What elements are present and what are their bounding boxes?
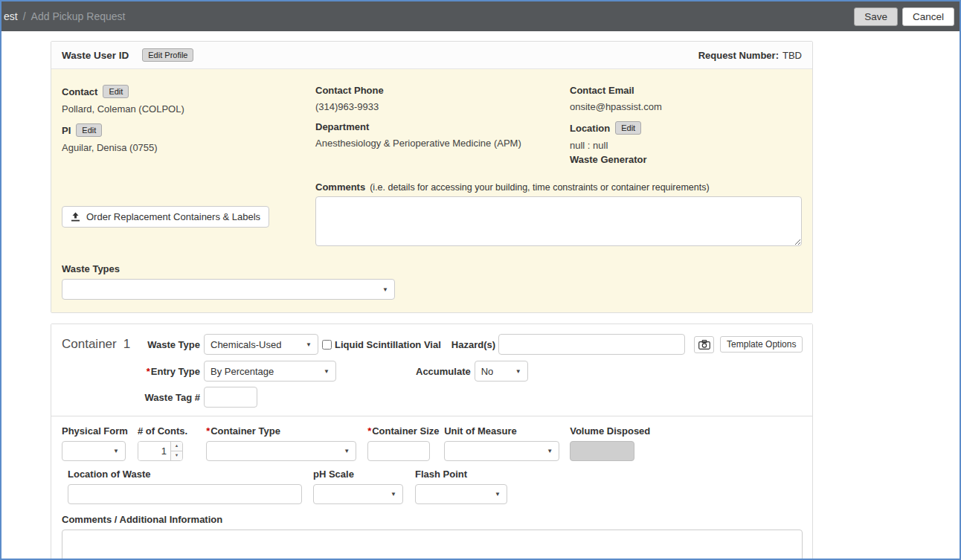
container-size-field: *Container Size [367,425,430,461]
department-field: Department Anesthesiology & Perioperativ… [315,121,570,149]
hazards-input[interactable] [498,334,685,355]
pi-edit-button[interactable]: Edit [76,123,102,137]
spinner-down-button[interactable]: ▼ [171,451,182,460]
container-size-input[interactable] [367,441,430,461]
topbar: est / Add Pickup Request Save Cancel [1,1,960,31]
container-card-header: Container1 Waste Type Chemicals-Used ▼ L… [51,324,812,416]
department-label: Department [315,121,369,132]
container-header-row-2: *Entry Type By Percentage ▼ Accumulate N… [62,361,802,382]
container-card: Container1 Waste Type Chemicals-Used ▼ L… [51,324,813,559]
order-replacement-label: Order Replacement Containers & Labels [86,211,260,222]
profile-col-2: Contact Phone (314)963-9933 Department A… [315,85,570,165]
profile-col-3: Contact Email onsite@hpassist.com Locati… [570,85,802,165]
ph-scale-label: pH Scale [313,469,403,480]
profile-col-1: Contact Edit Pollard, Coleman (COLPOL) P… [62,85,315,165]
entry-type-label: *Entry Type [139,366,200,377]
spinner-up-button[interactable]: ▲ [171,442,182,451]
volume-disposed-input [570,441,634,461]
content: Waste User ID Edit Profile Request Numbe… [1,31,960,559]
container-title-text: Container [62,337,117,351]
container-type-select[interactable]: ▼ [206,441,356,461]
unit-of-measure-select[interactable]: ▼ [444,441,559,461]
location-of-waste-input[interactable] [68,484,302,504]
pi-value: Aguilar, Denisa (0755) [62,142,315,153]
contact-email-value: onsite@hpassist.com [570,101,802,112]
required-asterisk: * [367,425,371,437]
location-value: null : null [570,140,802,151]
location-edit-button[interactable]: Edit [615,121,641,135]
additional-comments-textarea[interactable] [62,530,803,559]
volume-disposed-label: Volume Disposed [570,425,634,437]
accumulate-label: Accumulate [416,366,471,377]
camera-button[interactable] [694,336,714,353]
container-detail-row-2: Location of Waste pH Scale ▼ Flash Point [62,469,802,504]
chevron-down-icon: ▼ [382,286,388,293]
physical-form-field: Physical Form ▼ [62,425,126,461]
breadcrumb-parent-link[interactable]: est [4,10,18,22]
profile-actions-row: Order Replacement Containers & Labels Co… [62,181,802,248]
page-title: Add Pickup Request [31,10,126,22]
chevron-down-icon: ▼ [390,491,396,498]
chevron-down-icon: ▼ [547,448,553,454]
physical-form-select[interactable]: ▼ [62,441,126,461]
topbar-actions: Save Cancel [854,7,954,26]
order-replacement-button[interactable]: Order Replacement Containers & Labels [62,206,269,228]
save-button[interactable]: Save [854,7,898,26]
ph-scale-field: pH Scale ▼ [313,469,403,504]
num-conts-field: # of Conts. ▲ ▼ [138,425,187,461]
comments-textarea[interactable] [315,196,802,246]
waste-types-select[interactable]: ▼ [62,279,395,300]
contact-label: Contact [62,86,97,97]
template-options-button[interactable]: Template Options [720,336,803,353]
container-size-label: *Container Size [367,425,430,437]
container-header-row-3: Waste Tag # [62,387,802,408]
waste-user-card-body: Contact Edit Pollard, Coleman (COLPOL) P… [51,69,812,312]
contact-phone-label: Contact Phone [315,85,384,96]
contact-email-label: Contact Email [570,85,634,96]
contact-edit-button[interactable]: Edit [103,85,129,98]
edit-profile-button[interactable]: Edit Profile [142,48,193,62]
chevron-down-icon: ▼ [515,368,521,375]
contact-phone-field: Contact Phone (314)963-9933 [315,85,570,112]
waste-user-card: Waste User ID Edit Profile Request Numbe… [51,41,813,313]
order-col: Order Replacement Containers & Labels [62,181,315,248]
flash-point-select[interactable]: ▼ [415,484,507,504]
breadcrumb: est / Add Pickup Request [4,10,125,22]
required-asterisk: * [147,366,150,377]
comments-hint: (i.e. details for accessing your buildin… [370,182,709,193]
pi-label: PI [62,125,71,136]
breadcrumb-separator: / [23,10,26,22]
waste-generator-label: Waste Generator [570,154,802,165]
entry-type-select[interactable]: By Percentage ▼ [204,361,336,382]
volume-disposed-field: Volume Disposed [570,425,634,461]
lsv-field: Liquid Scintillation Vial [322,339,441,350]
num-conts-input[interactable] [138,442,170,460]
flash-point-field: Flash Point ▼ [415,469,507,504]
add-pickup-request-page: est / Add Pickup Request Save Cancel Was… [0,0,961,560]
physical-form-label: Physical Form [62,425,126,437]
chevron-down-icon: ▼ [324,368,330,375]
liquid-scintillation-vial-checkbox[interactable] [322,340,332,350]
camera-icon [698,340,710,350]
waste-type-label: Waste Type [139,339,200,350]
cancel-button[interactable]: Cancel [902,7,954,26]
comments-label: Comments [315,181,365,193]
num-conts-stepper[interactable]: ▲ ▼ [138,441,183,461]
ph-scale-select[interactable]: ▼ [313,484,403,504]
request-number-value: TBD [782,50,802,61]
contact-field: Contact Edit Pollard, Coleman (COLPOL) [62,85,315,115]
spinner-up-icon: ▲ [175,444,179,448]
request-number: Request Number: TBD [698,50,802,61]
required-asterisk: * [206,425,210,437]
waste-tag-input[interactable] [204,387,257,408]
waste-type-select[interactable]: Chemicals-Used ▼ [204,334,318,355]
request-number-label: Request Number: [698,50,779,61]
spinner-down-icon: ▼ [175,454,179,458]
accumulate-select[interactable]: No ▼ [475,361,528,382]
waste-user-id-label: Waste User ID [62,50,129,61]
entry-type-selected-value: By Percentage [210,366,274,377]
comments-field: Comments (i.e. details for accessing you… [315,181,802,248]
chevron-down-icon: ▼ [306,341,312,348]
location-label: Location [570,123,610,134]
chevron-down-icon: ▼ [495,491,501,498]
